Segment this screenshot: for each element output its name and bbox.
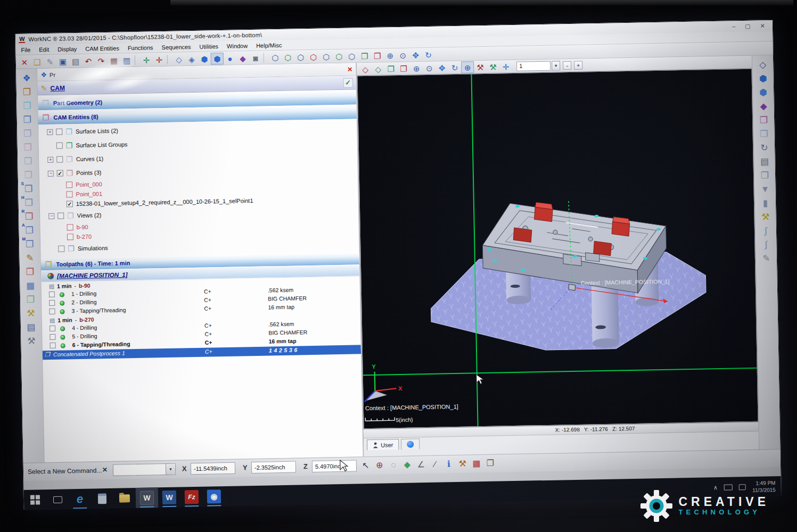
view-rotate-icon[interactable]: ↻ xyxy=(756,140,772,155)
view-number-value[interactable]: 1 xyxy=(516,61,550,71)
laptop-link-icon[interactable]: ▤ xyxy=(23,320,39,334)
workzone-manager-icon[interactable]: ❖ xyxy=(19,71,35,85)
sphere-view-icon[interactable]: ● xyxy=(224,52,236,64)
zoom-points-icon[interactable]: ⊕ xyxy=(373,458,387,471)
checkbox[interactable] xyxy=(58,245,64,252)
plane-select-icon[interactable]: ❒ xyxy=(20,126,36,140)
box-select-icon[interactable]: ❒ xyxy=(20,140,36,154)
tool-holder-icon[interactable]: ❒ xyxy=(757,168,773,182)
material-view-icon[interactable]: ◆ xyxy=(236,52,249,64)
word-taskbar-icon[interactable]: W xyxy=(158,487,181,508)
spline-one-icon[interactable]: ∫ xyxy=(758,223,774,238)
tool-shank-icon[interactable]: ▮ xyxy=(757,196,773,210)
view-z-plus-icon[interactable]: ⬡ xyxy=(294,51,307,63)
z-coordinate-input[interactable] xyxy=(312,460,357,472)
expand-icon[interactable]: + xyxy=(47,156,53,162)
surface-select-icon[interactable]: ❒ xyxy=(19,98,35,113)
lasso-select-icon[interactable]: ◌ xyxy=(387,458,400,471)
x-coordinate-input[interactable] xyxy=(191,462,235,475)
curve-edit-icon[interactable]: ✎ xyxy=(22,251,38,265)
command-close-icon[interactable]: ✕ xyxy=(102,466,108,473)
maximize-button[interactable]: ▢ xyxy=(745,22,751,29)
shape-analyze-icon[interactable]: ◆ xyxy=(400,458,414,471)
spline-two-icon[interactable]: ∫ xyxy=(758,237,774,252)
simulate-run-icon[interactable]: ⚒ xyxy=(474,61,487,72)
view-x-plus-icon[interactable]: ⬡ xyxy=(269,51,282,63)
checkbox-checked[interactable]: ✓ xyxy=(67,201,73,207)
checkbox[interactable] xyxy=(49,292,55,297)
solid-cube-icon[interactable]: ⬢ xyxy=(755,71,771,86)
delete-selection-icon[interactable]: ❒ xyxy=(22,264,38,279)
entity-info-icon[interactable]: ℹ xyxy=(442,457,456,470)
view-iso-icon[interactable]: ⬡ xyxy=(307,51,320,62)
print-icon[interactable]: ▤ xyxy=(69,55,82,66)
workzone-hole-icon[interactable]: ❒H xyxy=(21,195,37,210)
hidden-line-view-icon[interactable]: ◈ xyxy=(185,53,198,64)
undo-icon[interactable]: ↶ xyxy=(82,55,95,66)
menu-cam-entities[interactable]: CAM Entities xyxy=(85,45,119,52)
shaded-view-icon[interactable]: ⬢ xyxy=(211,52,224,64)
view-y-plus-icon[interactable]: ⬡ xyxy=(282,51,294,63)
axis-activate-icon[interactable]: ✛ xyxy=(140,54,153,65)
command-combobox[interactable]: ▾ xyxy=(113,463,176,476)
toolpath-play-icon[interactable]: ⚒ xyxy=(487,61,499,72)
rotate-axis-icon[interactable]: ↻ xyxy=(448,61,461,73)
checkbox[interactable] xyxy=(50,343,56,348)
window-new-icon[interactable]: ❐ xyxy=(358,49,371,61)
edge-browser-icon[interactable]: e xyxy=(69,489,92,510)
checkbox[interactable] xyxy=(57,212,64,219)
menu-window[interactable]: Window xyxy=(227,43,248,49)
minimize-button[interactable]: – xyxy=(732,23,735,30)
save-icon[interactable]: ▣ xyxy=(56,55,69,67)
view-x-minus-icon[interactable]: ⬡ xyxy=(320,51,333,62)
grid-icon[interactable]: ▦ xyxy=(108,54,120,66)
tool-position-icon[interactable]: ✛ xyxy=(499,61,512,72)
view-plus-button[interactable]: + xyxy=(574,61,582,69)
texture-cube-icon[interactable]: ❒ xyxy=(755,113,771,127)
checkbox[interactable] xyxy=(50,326,55,331)
file-explorer-icon[interactable] xyxy=(113,488,136,509)
surface-view-icon[interactable]: ❒ xyxy=(756,127,772,141)
rotate-free-icon[interactable]: ✥ xyxy=(436,62,448,73)
tool-info-icon[interactable]: ▦ xyxy=(470,456,483,469)
tab-user[interactable]: User xyxy=(367,439,399,450)
checkbox[interactable] xyxy=(49,309,55,314)
tab-view-indicator[interactable] xyxy=(401,438,420,450)
workzone-rough-icon[interactable]: ❒R xyxy=(21,209,37,223)
collapse-icon[interactable]: − xyxy=(48,213,54,219)
window-cascade-icon[interactable]: ❐ xyxy=(384,62,397,74)
pan-icon[interactable]: ✥ xyxy=(409,49,422,61)
wireframe-view-icon[interactable]: ◇ xyxy=(172,53,185,65)
cad-import-icon[interactable]: ❒ xyxy=(19,85,35,99)
zoom-in-icon[interactable]: ⊕ xyxy=(384,49,397,61)
zoom-region-icon[interactable]: ⊕ xyxy=(410,62,423,74)
erase-icon[interactable]: ✎ xyxy=(44,55,56,67)
entity-table-icon[interactable]: ▦ xyxy=(22,278,38,293)
menu-display[interactable]: Display xyxy=(57,45,77,52)
workzone-machine-icon[interactable]: ❒M xyxy=(21,237,37,251)
checkbox[interactable] xyxy=(56,156,63,163)
worknc-taskbar-icon[interactable]: W xyxy=(136,487,159,508)
checkbox[interactable] xyxy=(66,181,72,188)
pencil-edit-icon[interactable]: ✎ xyxy=(758,251,774,265)
checkbox[interactable] xyxy=(67,224,73,230)
axis-machine-icon[interactable]: ✛ xyxy=(153,53,166,65)
menu-edit[interactable]: Edit xyxy=(39,46,49,52)
filezilla-taskbar-icon[interactable]: Fz xyxy=(180,487,203,508)
y-coordinate-input[interactable] xyxy=(251,461,296,474)
start-button[interactable] xyxy=(24,489,47,510)
collapse-icon[interactable]: − xyxy=(48,170,54,176)
view-panel-icon[interactable]: ▥ xyxy=(120,54,133,66)
menu-help-misc[interactable]: Help/Misc xyxy=(256,41,282,48)
workzone-surface-icon[interactable]: ❒S xyxy=(21,181,37,196)
window-split-icon[interactable]: ❐ xyxy=(371,49,384,61)
task-view-button[interactable] xyxy=(46,489,69,510)
zoom-window-icon[interactable]: ⊙ xyxy=(397,49,409,61)
view-minus-button[interactable]: - xyxy=(563,61,571,69)
shaded-cube-icon[interactable]: ⬢ xyxy=(755,85,771,99)
checkbox-checked[interactable]: ✓ xyxy=(57,170,63,177)
menu-functions[interactable]: Functions xyxy=(128,44,153,51)
stock-create-icon[interactable]: ❒ xyxy=(22,292,38,306)
close-button[interactable]: ✕ xyxy=(760,22,765,29)
measure-divide-icon[interactable]: ∕ xyxy=(428,458,442,470)
